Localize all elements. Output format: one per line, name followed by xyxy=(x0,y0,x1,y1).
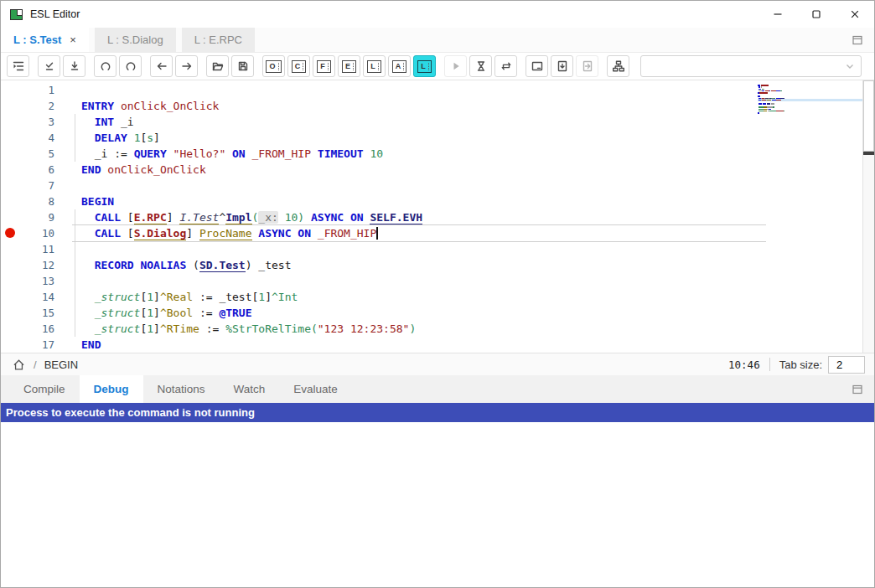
code-line[interactable]: _i := QUERY "Hello?" ON _FROM_HIP TIMEOU… xyxy=(81,146,857,162)
editor-panel-toggle-icon[interactable] xyxy=(851,28,874,52)
code-line[interactable]: ENTRY onClick_OnClick xyxy=(81,98,857,114)
open-file-icon[interactable] xyxy=(206,55,229,77)
toolbar-combobox-input[interactable] xyxy=(641,57,843,75)
code-line[interactable]: _struct[1]^RTime := %StrToRelTime("123 1… xyxy=(81,321,857,337)
code-line[interactable]: INT _i xyxy=(81,114,857,130)
redo-icon[interactable] xyxy=(119,55,142,77)
hourglass-icon[interactable] xyxy=(469,55,492,77)
code-line[interactable] xyxy=(81,273,857,289)
code-line[interactable]: CALL [S.Dialog] ProcName ASYNC ON _FROM_… xyxy=(81,225,857,241)
hierarchy-icon[interactable] xyxy=(607,55,629,77)
minimap[interactable] xyxy=(758,83,864,250)
home-icon[interactable] xyxy=(12,358,26,372)
minimize-button[interactable] xyxy=(759,1,797,28)
marker-l-active-icon[interactable]: L xyxy=(413,55,436,77)
marker-l-icon[interactable]: L xyxy=(363,55,386,77)
line-number[interactable]: 3 xyxy=(18,114,54,130)
code-token: _test xyxy=(219,291,251,303)
code-line[interactable]: _struct[1]^Real := _test[1]^Int xyxy=(81,289,857,305)
line-number[interactable]: 9 xyxy=(18,209,54,225)
line-number[interactable]: 6 xyxy=(18,162,54,178)
editor-tab-ls.dialog[interactable]: L : S.Dialog xyxy=(95,28,176,52)
panel-tab-debug[interactable]: Debug xyxy=(80,375,143,403)
panel-tab-notations[interactable]: Notations xyxy=(143,375,220,403)
code-token: CALL xyxy=(95,227,121,240)
line-number-gutter[interactable]: 1234567891011121314151617 xyxy=(18,82,54,353)
code-token: RECORD xyxy=(95,259,134,271)
toolbar-combobox[interactable] xyxy=(640,55,862,77)
line-number[interactable]: 15 xyxy=(18,305,54,321)
line-number[interactable]: 17 xyxy=(18,337,54,353)
outline-view-icon[interactable] xyxy=(7,55,29,77)
undo-icon[interactable] xyxy=(94,55,116,77)
tab-close-icon[interactable]: × xyxy=(70,34,76,46)
line-number[interactable]: 11 xyxy=(18,241,54,257)
marker-o-icon[interactable]: O xyxy=(262,55,285,77)
code-line[interactable]: BEGIN xyxy=(81,193,857,209)
line-number[interactable]: 13 xyxy=(18,273,54,289)
code-token: E.RPC xyxy=(134,211,167,224)
code-token xyxy=(81,211,95,224)
code-line[interactable] xyxy=(81,178,857,193)
vertical-scrollbar[interactable] xyxy=(862,80,874,353)
indent-guide xyxy=(75,209,75,337)
code-line[interactable]: RECORD NOALIAS (SD.Test) _test xyxy=(81,257,857,273)
code-token: ProcName xyxy=(199,227,252,240)
line-number[interactable]: 8 xyxy=(18,193,54,209)
code-line[interactable] xyxy=(81,82,857,98)
line-number[interactable]: 1 xyxy=(18,82,54,98)
line-number[interactable]: 14 xyxy=(18,289,54,305)
code-line[interactable]: _struct[1]^Bool := @TRUE xyxy=(81,305,857,321)
line-number[interactable]: 7 xyxy=(18,178,54,193)
toolbar-group xyxy=(38,55,85,77)
panel-layout-icon[interactable] xyxy=(526,55,548,77)
code-token xyxy=(304,211,311,224)
marker-a-icon[interactable]: A xyxy=(388,55,411,77)
save-file-icon[interactable] xyxy=(231,55,254,77)
editor-tab-le.rpc[interactable]: L : E.RPC xyxy=(182,28,255,52)
code-token xyxy=(127,132,134,144)
navigate-forward-icon[interactable] xyxy=(175,55,198,77)
code-line[interactable]: END onClick_OnClick xyxy=(81,162,857,178)
check-syntax-icon[interactable] xyxy=(38,55,60,77)
line-number[interactable]: 12 xyxy=(18,257,54,273)
editor-tab-ls.test[interactable]: L : S.Test× xyxy=(1,28,89,52)
bottom-panel-toggle-icon[interactable] xyxy=(851,375,874,403)
code-line[interactable]: DELAY 1[s] xyxy=(81,130,857,146)
goto-bottom-icon[interactable] xyxy=(63,55,85,77)
line-number[interactable]: 4 xyxy=(18,130,54,146)
code-editor[interactable]: 1234567891011121314151617 ENTRY onClick_… xyxy=(1,80,874,353)
panel-tab-watch[interactable]: Watch xyxy=(220,375,280,403)
maximize-button[interactable] xyxy=(797,1,836,28)
marker-c-icon[interactable]: C xyxy=(287,55,310,77)
code-token: ^Real xyxy=(160,291,193,303)
code-token: S.Dialog xyxy=(134,227,187,240)
code-token: := xyxy=(193,307,219,319)
code-token: BEGIN xyxy=(81,195,114,208)
marker-e-icon[interactable]: E xyxy=(338,55,360,77)
breakpoint-marker[interactable] xyxy=(5,228,15,238)
navigate-back-icon[interactable] xyxy=(150,55,173,77)
line-number[interactable]: 10 xyxy=(18,225,54,241)
import-doc-icon[interactable] xyxy=(551,55,573,77)
code-token: ^Int xyxy=(272,291,298,303)
line-number[interactable]: 2 xyxy=(18,98,54,114)
code-token: _struct xyxy=(95,307,141,319)
code-token xyxy=(81,147,95,160)
scrollbar-thumb[interactable] xyxy=(863,80,874,152)
chevron-down-icon[interactable] xyxy=(843,59,861,73)
close-button[interactable] xyxy=(836,1,874,28)
code-token: [ xyxy=(121,211,134,224)
panel-tab-compile[interactable]: Compile xyxy=(9,375,80,403)
code-line[interactable]: END xyxy=(81,337,857,353)
breadcrumb-item[interactable]: BEGIN xyxy=(44,358,78,371)
marker-f-icon[interactable]: F xyxy=(313,55,335,77)
repeat-icon[interactable] xyxy=(494,55,517,77)
line-number[interactable]: 5 xyxy=(18,146,54,162)
code-line[interactable]: CALL [E.RPC] I.Test^Impl(_x: 10) ASYNC O… xyxy=(81,209,857,225)
panel-tab-evaluate[interactable]: Evaluate xyxy=(279,375,352,403)
line-number[interactable]: 16 xyxy=(18,321,54,337)
tab-size-input[interactable] xyxy=(828,356,865,374)
code-pane[interactable]: ENTRY onClick_OnClick INT _i DELAY 1[s] … xyxy=(81,82,857,353)
code-line[interactable] xyxy=(81,241,857,257)
